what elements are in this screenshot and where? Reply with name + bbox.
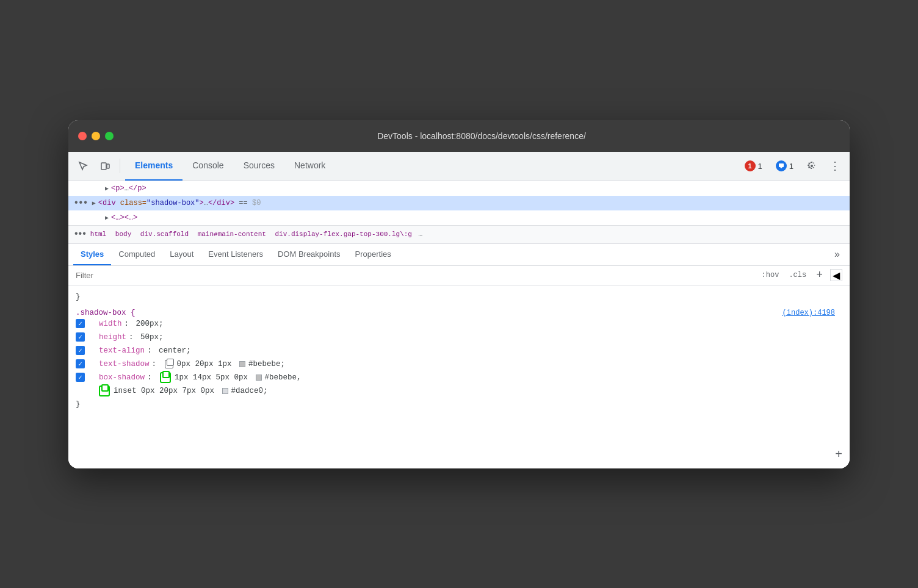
dom-row-shadow-box[interactable]: ••• ▶ <div class= "shadow-box" > … </div… [68,196,850,210]
message-badge-button[interactable]: 1 [771,159,798,173]
window-title: DevTools - localhost:8080/docs/devtools/… [123,131,840,141]
filter-bar: :hov .cls + ◀ [68,266,850,285]
svg-rect-2 [779,163,784,167]
breadcrumb-body[interactable]: body [113,231,134,238]
checkbox-text-shadow[interactable] [76,359,85,368]
checkbox-text-align[interactable] [76,346,85,355]
hov-button[interactable]: :hov [759,270,782,281]
add-style-button[interactable]: + [814,268,825,282]
top-closing-brace: } [76,290,842,304]
filter-input[interactable] [76,271,759,280]
css-selector-line: .shadow-box { (index):4198 [76,309,842,317]
svg-rect-1 [107,164,109,168]
toolbar-tabs: Elements Console Sources Network [125,152,737,181]
css-rule-width: width : 200px; [76,317,842,331]
css-rule-text-shadow: text-shadow : 0px 20px 1px #bebebe; [76,357,842,371]
styles-tab-event-listeners[interactable]: Event Listeners [201,243,270,265]
error-count: 1 [745,160,756,171]
styles-tab-computed[interactable]: Computed [111,243,162,265]
devtools-toolbar: Elements Console Sources Network 1 1 [68,152,850,181]
dom-row-p[interactable]: ▶ <p> … </p> [68,181,850,196]
bottom-closing-brace: } [76,398,842,411]
checkbox-box-shadow[interactable] [76,373,85,382]
copy-icon-box-shadow-green-2[interactable] [99,385,110,396]
device-toolbar-button[interactable] [95,156,115,176]
titlebar: DevTools - localhost:8080/docs/devtools/… [68,120,850,152]
error-badge-button[interactable]: 1 1 [740,159,767,173]
copy-icon-text-shadow[interactable] [165,360,173,368]
add-style-rule-button[interactable]: + [835,447,842,461]
dom-row-partial[interactable]: ▶ < … >< … > [68,210,850,225]
inspect-element-button[interactable] [73,156,93,176]
cls-button[interactable]: .cls [786,270,809,281]
breadcrumb: ••• html body div.scaffold main#main-con… [68,226,850,244]
css-rule-text-align: text-align : center; [76,344,842,357]
filter-actions: :hov .cls + ◀ [759,268,842,282]
css-rule-height: height : 50px; [76,331,842,344]
color-swatch-bebebe-2[interactable] [256,375,262,381]
close-button[interactable] [78,132,87,140]
maximize-button[interactable] [105,132,114,140]
tab-console[interactable]: Console [183,151,233,181]
breadcrumb-html[interactable]: html [88,231,109,238]
copy-icon-box-shadow-green-1[interactable] [160,372,171,383]
tab-network[interactable]: Network [284,151,335,181]
styles-tab-more[interactable]: » [829,249,845,260]
minimize-button[interactable] [92,132,100,140]
toolbar-divider [120,159,120,173]
css-rule-box-shadow-1: box-shadow : 1px 14px 5px 0px #bebebe, [76,371,842,384]
panel-toggle-button[interactable]: ◀ [830,269,842,281]
breadcrumb-div-flex[interactable]: div.display-flex.gap-top-300.lg\:g [273,231,414,238]
breadcrumb-main[interactable]: main#main-content [195,231,269,238]
styles-tab-dom-breakpoints[interactable]: DOM Breakpoints [270,243,348,265]
css-rule-box-shadow-2: inset 0px 20px 7px 0px #dadce0; [76,384,842,398]
checkbox-width[interactable] [76,319,85,328]
breadcrumb-div-scaffold[interactable]: div.scaffold [138,231,191,238]
more-options-button[interactable]: ⋮ [825,156,845,176]
tab-elements[interactable]: Elements [125,151,183,181]
css-source-link[interactable]: (index):4198 [782,309,835,317]
color-swatch-dadce0[interactable] [222,388,228,394]
styles-tab-properties[interactable]: Properties [348,243,399,265]
color-swatch-bebebe-1[interactable] [239,361,245,367]
traffic-lights [78,132,114,140]
devtools-window: DevTools - localhost:8080/docs/devtools/… [68,120,850,468]
dom-panel: ▶ <p> … </p> ••• ▶ <div class= "shadow-b… [68,181,850,226]
svg-marker-3 [780,167,782,168]
styles-tab-styles[interactable]: Styles [73,243,111,265]
message-count [776,160,787,171]
css-selector-text: .shadow-box { [76,309,136,317]
css-panel: } .shadow-box { (index):4198 width : 200… [68,285,850,468]
tab-sources[interactable]: Sources [234,151,284,181]
styles-tabs: Styles Computed Layout Event Listeners D… [68,244,850,266]
checkbox-height[interactable] [76,332,85,342]
styles-tab-layout[interactable]: Layout [162,243,201,265]
settings-button[interactable] [802,156,822,176]
toolbar-right: 1 1 1 ⋮ [740,156,845,176]
svg-rect-0 [101,163,106,170]
